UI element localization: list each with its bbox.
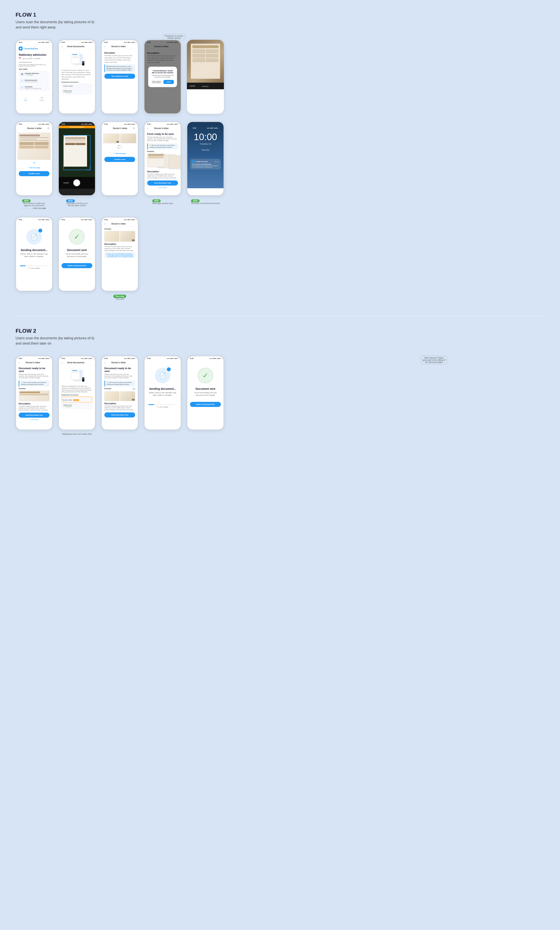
sending-badge: ↑: [38, 229, 42, 232]
task-sub-3: Organize your hospital stay: [25, 88, 46, 89]
f2sd-doc-name-1: Doctor's letter: [63, 399, 72, 401]
use-camera-btn[interactable]: Use camera to scan: [104, 74, 135, 79]
sent-screen: 9:41 ●●● WiFi 100% ✓ Document sent You'v…: [58, 217, 95, 291]
permission-screen: 9:41 ●●● WiFi 100% ‹ Doctor's letter De: [144, 40, 181, 114]
fr-send-btn[interactable]: Send document now: [147, 180, 178, 186]
photos-label: PHOTOS: [202, 86, 209, 87]
flow1-title: FLOW 1: [15, 12, 545, 18]
task-name-3: Checklists: [25, 86, 46, 88]
f2sd-title: Send documents: [67, 361, 84, 364]
sending-status: 9:41 ●●● WiFi 100%: [16, 217, 52, 221]
sp-icons: ●●● WiFi 100%: [38, 123, 49, 125]
sending-sub: Please, hold on, this operation may take…: [20, 253, 48, 258]
f2l-title: Doctor's letter: [111, 361, 126, 364]
f2r-content: Document ready to be sent Please note th…: [16, 365, 52, 423]
sent-icons: ●●● WiFi 100%: [81, 219, 92, 221]
fr-back[interactable]: ‹: [147, 127, 148, 130]
fr-tip: 💡 Tip! For extra security, we recommend …: [147, 143, 178, 149]
f2sd-desc: Reduce the waiting time on the day of yo…: [61, 385, 92, 393]
f2l-nav: ‹ Doctor's letter: [102, 360, 138, 365]
sent-status: 9:41 ●●● WiFi 100%: [59, 217, 95, 221]
doc-preview-screen: 9:41 ●●● WiFi 100% ‹ Doctor's letter Pr: [101, 217, 138, 291]
f2l-edit-btn[interactable]: Edit: [133, 388, 135, 390]
docs-stack: 📱: [70, 53, 84, 65]
fr-status: 9:41 ●●● WiFi 100%: [144, 122, 181, 126]
cancel-camera-btn[interactable]: Cancel: [63, 182, 69, 184]
f2sd-back[interactable]: ‹: [61, 361, 63, 364]
f2r-back[interactable]: ‹: [19, 361, 20, 364]
f2sent-icons: ●●● WiFi 100%: [210, 357, 221, 359]
f2sd-status: 9:41 ●●● WiFi 100%: [59, 356, 95, 360]
f2sd-doc-2[interactable]: Wallbeschau ✓ Completed: [61, 403, 92, 409]
photo-controls: Cancel PHOTOS: [187, 83, 224, 89]
fr-nav: ‹ Doctor's letter: [144, 126, 181, 131]
reminder-annotation: NEW Reminder to send the documents: [191, 199, 219, 205]
f2r-subtext: Please note that once you send your answ…: [19, 373, 49, 379]
cl-icons: ●●● WiFi 100%: [81, 123, 92, 125]
status-bar-2: 9:41 ●●● WiFi 100%: [59, 40, 95, 44]
f2sent-back-btn[interactable]: Back to document list: [190, 402, 221, 407]
fr-later-btn[interactable]: I'll do it later: [147, 186, 178, 189]
section-separator: [15, 316, 545, 316]
cancel-label[interactable]: Cancel: [190, 85, 195, 87]
sm-nav: Doctor's letter ✕: [102, 126, 138, 131]
arrow-line: - - - - - - →: [22, 207, 31, 209]
deny-btn[interactable]: Don't allow: [151, 80, 162, 84]
task-send-docs[interactable]: 📄 Send documents Provide required files …: [19, 78, 49, 84]
sm-close[interactable]: ✕: [133, 127, 135, 130]
camera-frame: [63, 135, 91, 170]
nav-home[interactable]: ⌂ Home: [24, 97, 28, 101]
send-docs-title: Send documents: [67, 45, 84, 48]
add-page-btn[interactable]: + Add new page: [19, 166, 49, 169]
status-bar: 9:41 ●●● WiFi 100%: [16, 40, 52, 44]
flow2-title: FLOW 2: [15, 328, 545, 334]
sm-add-page-btn[interactable]: + Add new page: [104, 152, 135, 156]
f2sd-phone-icon: 📱: [81, 377, 86, 382]
doctors-letter-wrapper: 9:41 ●●● WiFi 100% ‹ Doctor's letter: [101, 40, 138, 114]
f2l-back[interactable]: ‹: [104, 361, 105, 364]
plus-icon: +: [28, 167, 29, 169]
sm-add-label: Add new page: [115, 152, 126, 154]
task-checklist[interactable]: ✓ Checklists Organize your hospital stay…: [19, 85, 49, 91]
back-arrow[interactable]: ‹: [61, 45, 63, 48]
allow-btn[interactable]: Allow: [163, 80, 174, 84]
task-hospital[interactable]: 🏥 Hospital admission ✓ Completed ›: [19, 71, 49, 77]
doc-preview-wrapper: 9:41 ●●● WiFi 100% ‹ Doctor's letter Pr: [101, 217, 138, 300]
add-page-label: Add new page: [29, 167, 40, 169]
sent-wrapper: 9:41 ●●● WiFi 100% ✓ Document sent You'v…: [58, 217, 95, 291]
f2l-tip-text: Tip! For extra security, we recommend av…: [106, 382, 132, 385]
sm-confirm-btn[interactable]: Confirm scan: [104, 157, 135, 162]
f2sd-signal: ●●●: [81, 357, 84, 359]
description-label: Description: [104, 52, 135, 54]
requested-docs: Requested documents: Doctor's letter › W…: [61, 81, 92, 94]
notif-title: You've got a pending task: [192, 163, 219, 165]
doc-request-2[interactable]: Wallbeschau ✓ Completed: [61, 89, 92, 94]
dp-back[interactable]: ‹: [104, 222, 105, 225]
task-sub: ✓ Completed: [25, 74, 46, 76]
notif-header: CONNECTEDCARE 37 min: [192, 160, 219, 163]
f2l-send-btn[interactable]: Send document now: [104, 413, 135, 417]
wifi-3: WiFi: [127, 42, 130, 43]
sp-close[interactable]: ✕: [47, 127, 49, 130]
sm-page-indicator: [103, 144, 136, 147]
nav-settings[interactable]: ⚙ Settings: [39, 97, 44, 101]
f2s-wifi: WiFi: [170, 357, 173, 359]
scan-preview-screen: 9:41 ●●● WiFi 100% Doctor's letter ✕: [15, 122, 52, 196]
letter-back[interactable]: ‹: [104, 45, 105, 48]
f2r-later-btn[interactable]: I'll do it later: [19, 418, 49, 421]
task-info: Hospital admission ✓ Completed: [25, 72, 46, 76]
sm-content: +3 Page 1 / 1: [102, 131, 138, 150]
fr-icons: ●●● WiFi 100%: [167, 123, 178, 125]
f2r-send-btn[interactable]: Send document now: [19, 413, 49, 418]
sm-title: Doctor's letter: [113, 127, 127, 129]
shutter-btn[interactable]: [73, 179, 80, 186]
doc-request-1[interactable]: Doctor's letter ›: [61, 84, 92, 88]
f2sd-doc-1[interactable]: Doctor's letter Pending ›: [61, 397, 92, 402]
confirm-scan-btn[interactable]: Confirm scan: [19, 171, 49, 176]
back-to-list-btn[interactable]: Back to document list: [61, 263, 92, 268]
dialog-body: This lets you view documents and send th…: [151, 74, 174, 78]
scan-line-1: [20, 137, 49, 138]
dp-desc-label: Description: [104, 243, 135, 245]
doc-name-2: Wallbeschau: [63, 90, 72, 92]
battery-icon: 100%: [46, 42, 49, 43]
